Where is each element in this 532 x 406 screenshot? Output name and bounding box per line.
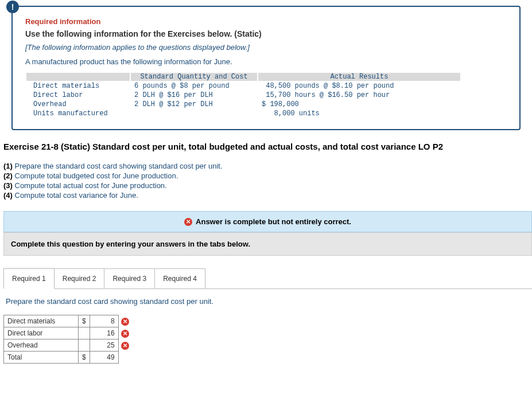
table-row: Overhead 25 ✕ (4, 339, 133, 352)
status-banner: ✕Answer is complete but not entirely cor… (3, 211, 532, 233)
row-label: Direct materials (26, 82, 130, 90)
answer-value[interactable]: 8 (90, 315, 118, 327)
task-line: (4) Compute total cost variance for June… (3, 191, 532, 201)
answer-value[interactable]: 25 (90, 339, 118, 352)
exercise-title: Exercise 21-8 (Static) Standard cost per… (3, 142, 532, 151)
table-row: Direct labor 16 ✕ (4, 327, 133, 339)
row-label: Overhead (26, 100, 130, 108)
row-std: 2 DLH @ $12 per DLH (131, 100, 257, 108)
table-header-actual: Actual Results (258, 73, 460, 81)
table-header-standard: Standard Quantity and Cost (131, 73, 257, 81)
answer-value[interactable]: 16 (90, 327, 118, 339)
answer-label[interactable]: Total (4, 352, 79, 364)
answer-currency: $ (79, 352, 90, 364)
row-std: 2 DLH @ $16 per DLH (131, 91, 257, 99)
tab-instruction: Prepare the standard cost card showing s… (3, 289, 532, 314)
incorrect-icon: ✕ (121, 342, 129, 350)
row-act: $ 198,000 (258, 100, 460, 108)
tab-required-2[interactable]: Required 2 (54, 268, 105, 288)
row-act: 48,500 pounds @ $8.10 per pound (258, 82, 460, 90)
table-row: Direct materials $ 8 ✕ (4, 315, 133, 327)
incorrect-icon: ✕ (184, 218, 192, 226)
tab-required-4[interactable]: Required 4 (154, 268, 205, 288)
info-intro-line: A manufactured product has the following… (25, 57, 507, 66)
info-italic-line: [The following information applies to th… (25, 43, 507, 52)
standards-table: Standard Quantity and Cost Actual Result… (25, 72, 461, 119)
incorrect-icon: ✕ (121, 318, 129, 326)
row-label: Units manufactured (26, 110, 130, 118)
row-std (131, 110, 257, 118)
complete-instruction: Complete this question by entering your … (3, 232, 532, 256)
task-line: (3) Compute total actual cost for June p… (3, 181, 532, 191)
required-information-box: ! Required information Use the following… (11, 6, 521, 130)
row-act: 8,000 units (258, 110, 460, 118)
answer-label[interactable]: Overhead (4, 339, 79, 352)
answer-currency: $ (79, 315, 90, 327)
answer-table: Direct materials $ 8 ✕ Direct labor 16 ✕… (3, 315, 133, 364)
answer-currency (79, 339, 90, 352)
task-line: (1) Prepare the standard cost card showi… (3, 162, 532, 171)
status-text: Answer is complete but not entirely corr… (196, 217, 351, 226)
row-act: 15,700 hours @ $16.50 per hour (258, 91, 460, 99)
row-std: 6 pounds @ $8 per pound (131, 82, 257, 90)
answer-label[interactable]: Direct labor (4, 327, 79, 339)
answer-currency (79, 327, 90, 339)
tab-required-1[interactable]: Required 1 (3, 268, 55, 289)
alert-icon: ! (6, 1, 19, 13)
tabs-container: Required 1 Required 2 Required 3 Require… (3, 268, 532, 289)
answer-label[interactable]: Direct materials (4, 315, 79, 327)
tab-required-3[interactable]: Required 3 (104, 268, 155, 288)
info-bold-line: Use the following information for the Ex… (25, 29, 507, 38)
table-row: Total $ 49 (4, 352, 133, 364)
required-info-title: Required information (25, 17, 507, 26)
task-line: (2) Compute total budgeted cost for June… (3, 171, 532, 181)
row-label: Direct labor (26, 91, 130, 99)
answer-value[interactable]: 49 (90, 352, 118, 364)
incorrect-icon: ✕ (121, 330, 129, 338)
